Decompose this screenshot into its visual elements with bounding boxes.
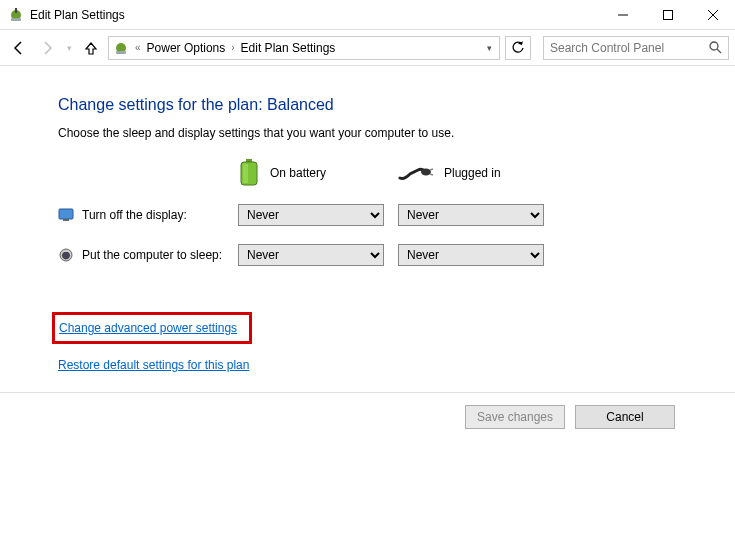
chevron-right-icon: › [231, 42, 234, 53]
on-battery-label: On battery [270, 166, 326, 180]
restore-defaults-link[interactable]: Restore default settings for this plan [58, 358, 735, 372]
highlight-box: Change advanced power settings [52, 312, 252, 344]
maximize-button[interactable] [645, 0, 690, 30]
breadcrumb-item[interactable]: Edit Plan Settings [239, 41, 338, 55]
recent-dropdown[interactable]: ▾ [64, 37, 74, 59]
save-button[interactable]: Save changes [465, 405, 565, 429]
svg-point-14 [421, 169, 431, 176]
sleep-plugged-select[interactable]: Never [398, 244, 544, 266]
svg-rect-18 [63, 219, 69, 221]
svg-line-15 [430, 169, 433, 170]
svg-rect-2 [15, 8, 17, 13]
svg-point-9 [710, 42, 718, 50]
nav-bar: ▾ « Power Options › Edit Plan Settings ▾… [0, 30, 735, 66]
power-options-icon [113, 40, 129, 56]
plugged-in-label: Plugged in [444, 166, 501, 180]
sleep-battery-select[interactable]: Never [238, 244, 384, 266]
search-icon [709, 41, 722, 54]
search-placeholder: Search Control Panel [550, 41, 664, 55]
button-row: Save changes Cancel [0, 393, 735, 429]
search-input[interactable]: Search Control Panel [543, 36, 729, 60]
close-button[interactable] [690, 0, 735, 30]
display-icon [58, 207, 74, 223]
column-headers: On battery Plugged in [58, 158, 735, 188]
page-heading: Change settings for the plan: Balanced [58, 96, 735, 114]
svg-line-16 [430, 174, 433, 175]
refresh-button[interactable] [505, 36, 531, 60]
breadcrumb-item[interactable]: Power Options [145, 41, 228, 55]
sleep-icon [58, 247, 74, 263]
links-area: Change advanced power settings Restore d… [58, 312, 735, 372]
minimize-button[interactable] [600, 0, 645, 30]
battery-icon [238, 159, 260, 187]
window-title: Edit Plan Settings [30, 8, 600, 22]
content-area: Change settings for the plan: Balanced C… [0, 66, 735, 372]
advanced-settings-link[interactable]: Change advanced power settings [59, 321, 237, 335]
forward-button[interactable] [36, 37, 58, 59]
address-dropdown[interactable]: ▾ [479, 37, 499, 59]
svg-rect-1 [11, 18, 21, 21]
svg-rect-13 [243, 164, 248, 183]
display-battery-select[interactable]: Never [238, 204, 384, 226]
power-options-icon [8, 7, 24, 23]
setting-display-row: Turn off the display: Never Never [58, 202, 735, 228]
svg-rect-4 [663, 10, 672, 19]
cancel-button[interactable]: Cancel [575, 405, 675, 429]
plug-icon [398, 164, 434, 182]
window-controls [600, 0, 735, 30]
display-plugged-select[interactable]: Never [398, 204, 544, 226]
svg-line-10 [717, 49, 721, 53]
display-label: Turn off the display: [82, 208, 187, 222]
breadcrumb-prefix: « [135, 42, 141, 53]
back-button[interactable] [8, 37, 30, 59]
titlebar: Edit Plan Settings [0, 0, 735, 30]
page-subtitle: Choose the sleep and display settings th… [58, 126, 735, 140]
svg-rect-8 [116, 51, 126, 54]
up-button[interactable] [80, 37, 102, 59]
sleep-label: Put the computer to sleep: [82, 248, 222, 262]
svg-rect-17 [59, 209, 73, 219]
setting-sleep-row: Put the computer to sleep: Never Never [58, 242, 735, 268]
address-bar[interactable]: « Power Options › Edit Plan Settings ▾ [108, 36, 500, 60]
